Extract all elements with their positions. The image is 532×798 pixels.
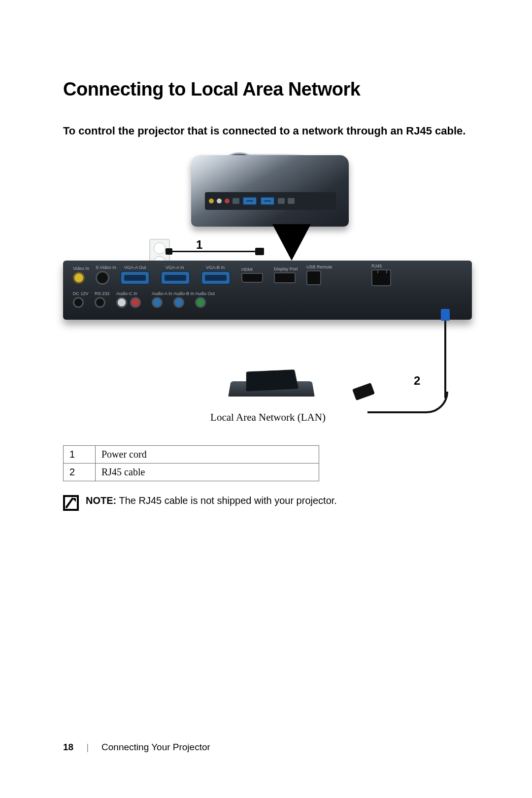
- port-label: Audio-A In: [152, 291, 172, 296]
- port-label: Audio Out: [195, 291, 215, 296]
- port-label: USB Remote: [306, 265, 332, 269]
- port-label: VGA-A In: [166, 265, 184, 270]
- laptop-icon: [228, 381, 314, 397]
- lead-paragraph: To control the projector that is connect…: [63, 124, 473, 138]
- legend-number: 1: [64, 445, 96, 463]
- port-label: Video In: [73, 266, 89, 271]
- table-row: 2 RJ45 cable: [64, 463, 319, 481]
- connection-diagram: 1 Video In S-Video In VGA-A Out VGA-A In: [63, 155, 472, 401]
- port-label: Audio-B In: [173, 291, 194, 296]
- note-prefix: NOTE:: [86, 495, 116, 506]
- port-label: VGA-B In: [206, 265, 225, 270]
- rj45-port-icon: RJ45: [371, 269, 391, 286]
- callout-1: 1: [196, 238, 202, 252]
- legend-label: RJ45 cable: [96, 463, 319, 481]
- page-heading: Connecting to Local Area Network: [63, 79, 473, 100]
- video-in-port-icon: Video In: [73, 272, 85, 284]
- legend-label: Power cord: [96, 445, 319, 463]
- note-text: NOTE: The RJ45 cable is not shipped with…: [86, 495, 337, 506]
- section-title: Connecting Your Projector: [101, 742, 210, 753]
- footer-separator-icon: |: [86, 742, 89, 753]
- legend-number: 2: [64, 463, 96, 481]
- audio-out-icon: Audio Out: [195, 297, 206, 308]
- rj45-cable-curve-icon: [367, 392, 448, 413]
- legend-table: 1 Power cord 2 RJ45 cable: [63, 445, 319, 481]
- rear-io-panel-icon: Video In S-Video In VGA-A Out VGA-A In V…: [63, 261, 472, 320]
- port-label: HDMI: [241, 267, 253, 272]
- note-icon: [63, 495, 79, 511]
- hdmi-port-icon: HDMI: [241, 273, 263, 283]
- audio-a-in-icon: Audio-A In: [152, 297, 163, 308]
- vga-b-in-port-icon: VGA-B In: [201, 271, 231, 285]
- rs232-port-icon: RS-232: [95, 297, 105, 308]
- callout-2: 2: [414, 374, 420, 388]
- audio-c-in-icon: Audio-C In: [116, 297, 141, 308]
- port-label: DC 12V: [73, 291, 89, 296]
- port-label: Display Port: [274, 266, 298, 271]
- port-label: RJ45: [371, 264, 382, 268]
- table-row: 1 Power cord: [64, 445, 319, 463]
- port-label: S-Video In: [96, 265, 116, 270]
- vga-a-out-port-icon: VGA-A Out: [120, 271, 150, 285]
- svideo-port-icon: S-Video In: [96, 271, 109, 285]
- audio-b-in-icon: Audio-B In: [173, 297, 184, 308]
- pointer-triangle-icon: [272, 224, 311, 261]
- power-cord-icon: [170, 251, 257, 252]
- port-label: RS-232: [95, 291, 110, 296]
- projector-rear-ports-icon: [205, 192, 336, 210]
- note-block: NOTE: The RJ45 cable is not shipped with…: [63, 495, 473, 511]
- note-body: The RJ45 cable is not shipped with your …: [116, 495, 337, 506]
- projector-body-icon: [191, 155, 349, 227]
- port-label: VGA-A Out: [124, 265, 146, 270]
- rj45-cable-icon: [444, 320, 446, 399]
- dc12v-jack-icon: DC 12V: [73, 297, 84, 308]
- page-footer: 18 | Connecting Your Projector: [63, 742, 210, 753]
- manual-page: Connecting to Local Area Network To cont…: [0, 0, 532, 798]
- port-label: Audio-C In: [116, 291, 137, 296]
- usb-remote-port-icon: USB Remote: [306, 270, 321, 285]
- vga-a-in-port-icon: VGA-A In: [161, 271, 190, 285]
- page-number: 18: [63, 742, 73, 753]
- displayport-icon: Display Port: [274, 272, 296, 283]
